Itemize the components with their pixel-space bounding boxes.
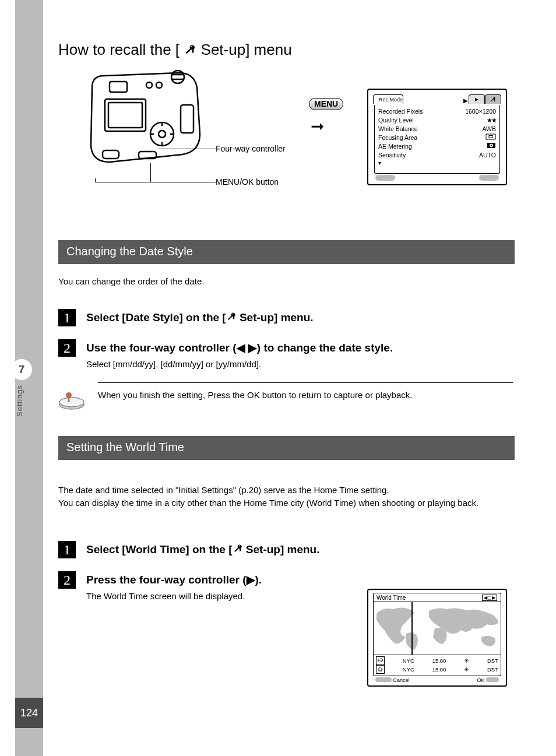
lcd-tab-rec: Rec.Mode bbox=[373, 94, 403, 104]
svg-rect-6 bbox=[110, 82, 127, 92]
wt-dst-label: DST bbox=[487, 657, 498, 664]
svg-marker-14 bbox=[475, 98, 478, 101]
wt-dest-city: NYC bbox=[403, 657, 414, 664]
callout-line bbox=[95, 182, 216, 182]
lcd-row-value: ★★ bbox=[487, 116, 496, 125]
svg-rect-0 bbox=[192, 45, 194, 52]
lcd-foot-right-btn bbox=[479, 175, 499, 181]
section-heading-world-time: Setting the World Time bbox=[58, 436, 515, 460]
menu-button-graphic: MENU bbox=[309, 98, 343, 110]
world-map bbox=[373, 602, 501, 655]
svg-rect-9 bbox=[103, 150, 119, 159]
wt-foot-right-btn bbox=[486, 677, 499, 682]
step-number-1: 1 bbox=[58, 309, 76, 326]
wrench-icon bbox=[490, 97, 496, 103]
section2-step2-text: Press the four-way controller (▶). bbox=[86, 572, 347, 588]
lcd-tab-playback bbox=[469, 94, 485, 104]
svg-rect-21 bbox=[233, 313, 234, 319]
step-number-1: 1 bbox=[58, 541, 76, 558]
memo-icon bbox=[58, 389, 85, 410]
svg-rect-5 bbox=[181, 105, 193, 133]
section2-step1-text: Select [World Time] on the [ Set-up] men… bbox=[86, 542, 515, 558]
section-heading-date-style: Changing the Date Style bbox=[58, 240, 515, 264]
metering-icon bbox=[487, 142, 496, 151]
lcd-row-value: 1600×1200 bbox=[465, 107, 496, 116]
svg-rect-1 bbox=[105, 99, 146, 131]
section-tab-number: 7 bbox=[19, 363, 25, 376]
lcd-row-value: AWB bbox=[482, 125, 496, 133]
callout-menu-ok-button: MENU/OK button bbox=[216, 177, 279, 187]
svg-point-23 bbox=[59, 398, 84, 407]
page-number: 124 bbox=[15, 698, 43, 728]
wt-foot-left-btn bbox=[375, 677, 392, 682]
svg-point-4 bbox=[159, 131, 166, 138]
wt-dest-time: 15:00 bbox=[432, 657, 446, 664]
world-time-screen: World Time ◀▢▶ NYC 15:00 ☀ DST NYC 1 bbox=[367, 589, 507, 687]
step-number-2: 2 bbox=[58, 339, 76, 357]
play-icon bbox=[474, 97, 480, 103]
wrench-icon bbox=[184, 42, 196, 60]
camera-illustration bbox=[80, 64, 209, 175]
svg-point-11 bbox=[156, 82, 162, 88]
wt-title-bar: World Time ◀▢▶ bbox=[373, 593, 501, 602]
callout-line bbox=[159, 149, 216, 149]
section-tab-marker: 7 bbox=[11, 359, 32, 380]
lcd-tabs: Rec.Mode ▶ bbox=[373, 93, 501, 104]
svg-rect-16 bbox=[486, 134, 495, 139]
side-tab-label: Settings bbox=[15, 385, 43, 417]
wt-foot-cancel: Cancel bbox=[393, 677, 410, 683]
wt-dst-label: DST bbox=[487, 666, 498, 673]
wt-foot-ok-label: OK bbox=[477, 677, 484, 683]
sun-icon: ☀ bbox=[464, 666, 469, 673]
callout-line bbox=[95, 178, 96, 182]
svg-rect-25 bbox=[68, 396, 70, 402]
lcd-row-label: Sensitivity bbox=[378, 151, 406, 160]
lcd-row-label: AE Metering bbox=[378, 142, 412, 151]
home-icon bbox=[376, 665, 385, 674]
section2-step2-subtext: The World Time screen will be displayed. bbox=[86, 590, 347, 603]
callout-line bbox=[150, 163, 151, 182]
lcd-row-label: Focusing Area bbox=[378, 133, 417, 142]
memo-text: When you finish the setting, Press the O… bbox=[98, 382, 513, 402]
wrench-icon bbox=[226, 311, 237, 326]
svg-rect-2 bbox=[108, 103, 142, 128]
step2-subtext: Select [mm/dd/yy], [dd/mm/yy] or [yy/mm/… bbox=[86, 358, 515, 371]
step2-text: Use the four-way controller (◀ ▶) to cha… bbox=[86, 340, 515, 356]
svg-rect-15 bbox=[494, 97, 495, 101]
sun-icon: ☀ bbox=[464, 657, 469, 664]
lcd-row-label: White Balance bbox=[378, 125, 418, 133]
lcd-row-label: Recorded Pixels bbox=[378, 107, 423, 116]
wrench-icon bbox=[233, 543, 243, 558]
focus-area-icon bbox=[485, 133, 496, 142]
wt-home-city: NYC bbox=[403, 666, 414, 673]
callout-four-way-controller: Four-way controller bbox=[216, 144, 286, 153]
plane-icon bbox=[376, 656, 385, 665]
lcd-foot-left: MENU Exit bbox=[375, 175, 395, 182]
section2-intro: The date and time selected in "Initial S… bbox=[58, 471, 515, 509]
svg-rect-26 bbox=[240, 545, 241, 551]
nav-arrows-icon: ◀▢▶ bbox=[482, 595, 497, 601]
page-title: How to recall the [ Set-up] menu bbox=[58, 41, 292, 60]
step-number-2: 2 bbox=[58, 571, 76, 589]
svg-point-10 bbox=[146, 82, 152, 88]
section1-intro: You can change the order of the date. bbox=[58, 275, 515, 288]
lcd-menu-screen: Rec.Mode ▶ Recorded Pixels1600×1200 Qual… bbox=[367, 89, 507, 185]
lcd-row-label: Quality Level bbox=[378, 116, 414, 125]
lcd-scroll-down-icon: ▾ bbox=[378, 160, 496, 166]
wt-home-time: 15:00 bbox=[432, 666, 446, 673]
lcd-row-value: AUTO bbox=[479, 151, 496, 160]
lcd-tab-setup bbox=[485, 94, 501, 104]
svg-rect-17 bbox=[489, 136, 492, 138]
step1-text: Select [Date Style] on the [ Set-up] men… bbox=[86, 310, 515, 326]
arrow-right-icon: ➞ bbox=[311, 117, 324, 136]
svg-point-20 bbox=[491, 145, 492, 146]
